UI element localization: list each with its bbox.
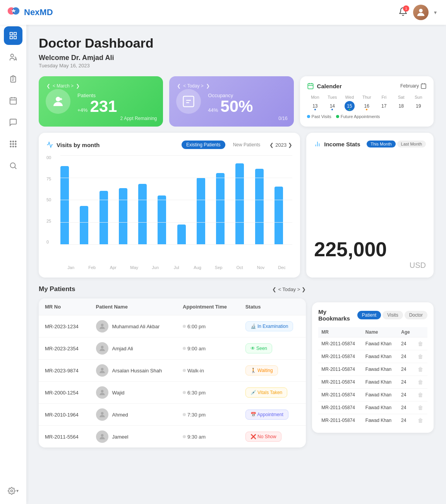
x-label-9: Nov bbox=[250, 265, 271, 270]
legend-future-dot bbox=[336, 115, 339, 118]
cal-day-14[interactable]: 14 bbox=[327, 101, 337, 111]
today-nav[interactable]: ❮ < Today > ❯ bbox=[272, 286, 306, 292]
occupancy-card-nav[interactable]: ❮ < Today > ❯ bbox=[177, 83, 286, 89]
this-month-tab[interactable]: This Month bbox=[367, 141, 395, 147]
table-row[interactable]: MR-2010-1964 Ahmed 7:30 pm bbox=[39, 404, 306, 426]
patient-name: Wajid bbox=[112, 390, 125, 396]
settings-button[interactable]: ▾ bbox=[8, 487, 19, 499]
status-cell: 📅 Appointment bbox=[239, 404, 306, 426]
sidebar-item-dashboard[interactable] bbox=[4, 26, 22, 45]
list-item[interactable]: MR-2011-05874 Fawad Khan 24 🗑 bbox=[318, 350, 427, 363]
delete-bookmark-icon[interactable]: 🗑 bbox=[418, 405, 423, 411]
cal-day-15[interactable]: 15 bbox=[345, 101, 355, 111]
bm-delete[interactable]: 🗑 bbox=[415, 350, 427, 363]
calendar-nav-icon bbox=[420, 83, 427, 89]
delete-bookmark-icon[interactable]: 🗑 bbox=[418, 341, 423, 347]
cal-day-17[interactable]: 17 bbox=[379, 101, 389, 111]
list-item[interactable]: MR-2011-05874 Fawad Khan 24 🗑 bbox=[318, 401, 427, 414]
bm-name: Fawad Khan bbox=[362, 350, 398, 363]
calendar-month[interactable]: February bbox=[400, 83, 427, 89]
sidebar-item-patients[interactable] bbox=[4, 48, 22, 67]
table-row[interactable]: MR-2023-9874 Arsalan Hussain Shah Walk-i… bbox=[39, 360, 306, 382]
user-dropdown-arrow[interactable]: ▾ bbox=[434, 9, 437, 15]
income-header: Income Stats This Month Last Month bbox=[314, 141, 426, 147]
patients-table-card: MR No Patient Name Appointment Time Stat… bbox=[39, 298, 306, 447]
svg-point-16 bbox=[13, 141, 14, 142]
income-amount-section: 225,000 USD bbox=[314, 155, 426, 270]
list-item[interactable]: MR-2011-05874 Fawad Khan 24 🗑 bbox=[318, 376, 427, 389]
chart-header: Visits by month Existing Patients New Pa… bbox=[46, 141, 292, 149]
last-month-tab[interactable]: Last Month bbox=[397, 141, 426, 147]
status-badge[interactable]: 💉 Vitals Taken bbox=[245, 387, 288, 398]
status-badge[interactable]: 📅 Appointment bbox=[245, 410, 288, 420]
bookmark-tab-doctor[interactable]: Doctor bbox=[405, 311, 427, 319]
cal-header-fri: Fri bbox=[376, 94, 392, 100]
sidebar-item-messages[interactable] bbox=[4, 113, 22, 132]
x-label-0: Jan bbox=[60, 265, 81, 270]
sidebar-item-records[interactable] bbox=[4, 70, 22, 88]
sidebar-item-search[interactable] bbox=[4, 156, 22, 175]
bm-delete[interactable]: 🗑 bbox=[415, 376, 427, 389]
col-name: Patient Name bbox=[90, 298, 177, 315]
sidebar-item-apps[interactable] bbox=[4, 135, 22, 153]
bm-delete[interactable]: 🗑 bbox=[415, 389, 427, 401]
list-item[interactable]: MR-2011-05874 Fawad Khan 24 🗑 bbox=[318, 389, 427, 401]
chart-year-nav[interactable]: ❮ 2023 ❯ bbox=[269, 142, 292, 148]
delete-bookmark-icon[interactable]: 🗑 bbox=[418, 392, 423, 398]
svg-rect-5 bbox=[10, 36, 12, 39]
welcome-section: Welcome Dr. Amjad Ali Tuesday May 16, 20… bbox=[39, 54, 434, 69]
delete-bookmark-icon[interactable]: 🗑 bbox=[418, 353, 423, 360]
status-badge[interactable]: 🚶 Waiting bbox=[245, 365, 278, 375]
avatar-person-icon bbox=[98, 367, 106, 374]
x-label-2: Apr bbox=[103, 265, 124, 270]
cal-day-18[interactable]: 18 bbox=[396, 101, 406, 111]
calendar-card: Calender February Mon Tues Wed Thur Fri … bbox=[300, 76, 434, 127]
sidebar-item-schedule[interactable] bbox=[4, 91, 22, 110]
list-item[interactable]: MR-2011-05874 Fawad Khan 24 🗑 bbox=[318, 414, 427, 427]
delete-bookmark-icon[interactable]: 🗑 bbox=[418, 417, 423, 423]
table-row[interactable]: MR-2023-1234 Muhammad Ali Akbar 6:00 pm bbox=[39, 315, 306, 338]
cal-day-16[interactable]: 16 bbox=[362, 101, 372, 111]
mr-cell: MR-2011-5564 bbox=[39, 426, 90, 448]
avatar-person-icon bbox=[98, 389, 106, 396]
bookmark-tab-visits[interactable]: Visits bbox=[383, 311, 403, 319]
x-axis: JanFebAprMayJunJulAugSepOctNovDec bbox=[46, 265, 292, 270]
list-item[interactable]: MR-2011-05874 Fawad Khan 24 🗑 bbox=[318, 363, 427, 376]
calendar-legend: Past Visits Future Appointments bbox=[307, 114, 427, 119]
user-avatar[interactable] bbox=[413, 5, 429, 20]
status-badge[interactable]: ❌ No Show bbox=[245, 432, 281, 442]
patients-number: 231 bbox=[90, 98, 117, 115]
bm-delete[interactable]: 🗑 bbox=[415, 401, 427, 414]
delete-bookmark-icon[interactable]: 🗑 bbox=[418, 379, 423, 385]
date-text: Tuesday May 16, 2023 bbox=[39, 63, 434, 69]
table-row[interactable]: MR-2000-1254 Wajid 6:30 pm bbox=[39, 382, 306, 404]
table-row[interactable]: MR-2011-5564 Jameel 9:30 am bbox=[39, 426, 306, 448]
income-title: Income Stats bbox=[314, 141, 360, 147]
bookmark-tab-patient[interactable]: Patient bbox=[357, 311, 381, 319]
status-badge[interactable]: 🔬 In Examination bbox=[245, 321, 293, 331]
delete-bookmark-icon[interactable]: 🗑 bbox=[418, 366, 423, 372]
patients-change: +4% bbox=[77, 107, 87, 113]
cal-day-19[interactable]: 19 bbox=[413, 101, 424, 111]
cal-day-13[interactable]: 13 bbox=[310, 101, 320, 111]
svg-point-18 bbox=[10, 144, 11, 145]
notification-bell[interactable]: 1 bbox=[398, 7, 408, 18]
list-item[interactable]: MR-2011-05874 Fawad Khan 24 🗑 bbox=[318, 338, 427, 350]
bm-delete[interactable]: 🗑 bbox=[415, 414, 427, 427]
x-label-4: Jun bbox=[145, 265, 166, 270]
patients-remaining: 2 Appt Remaining bbox=[120, 116, 157, 121]
app-name: NexMD bbox=[24, 7, 53, 17]
time-cell: 9:30 am bbox=[177, 426, 239, 448]
bm-mr: MR-2011-05874 bbox=[318, 350, 362, 363]
svg-point-43 bbox=[101, 434, 103, 437]
calendar-title: Calender bbox=[307, 82, 342, 89]
status-badge[interactable]: 👁 Seen bbox=[245, 343, 272, 353]
filter-new-btn[interactable]: New Patients bbox=[228, 141, 265, 149]
svg-point-38 bbox=[101, 324, 103, 326]
cal-header-tues: Tues bbox=[324, 94, 340, 100]
patients-card-nav[interactable]: ❮ < March > ❯ bbox=[46, 83, 155, 89]
filter-existing-btn[interactable]: Existing Patients bbox=[182, 141, 225, 149]
table-row[interactable]: MR-2023-2354 Amjad Ali 9:00 am bbox=[39, 338, 306, 360]
bm-delete[interactable]: 🗑 bbox=[415, 363, 427, 376]
bm-delete[interactable]: 🗑 bbox=[415, 338, 427, 350]
